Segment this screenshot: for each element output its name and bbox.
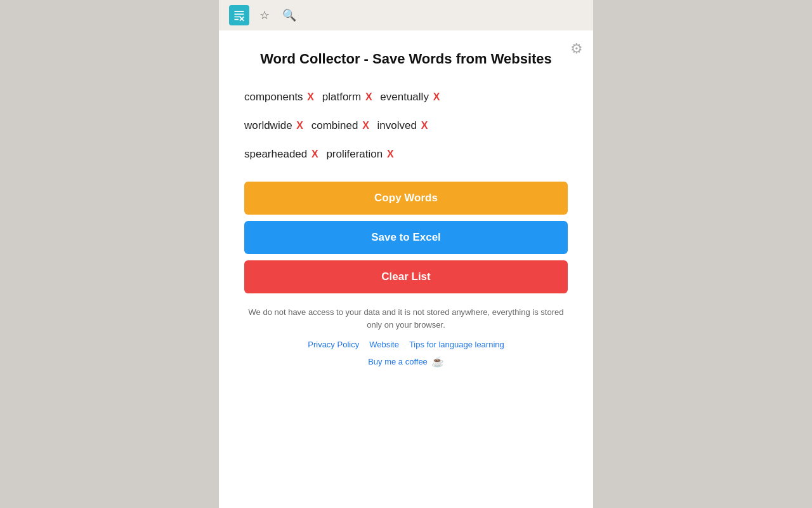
browser-toolbar: ☆ 🔍	[219, 0, 593, 30]
coffee-emoji-icon: ☕	[431, 356, 444, 368]
privacy-text: We do not have access to your data and i…	[244, 306, 568, 331]
word-row: worldwide X combined X involved X	[244, 117, 568, 134]
remove-proliferation-btn[interactable]: X	[387, 149, 394, 160]
copy-words-button[interactable]: Copy Words	[244, 182, 568, 215]
website-link[interactable]: Website	[369, 340, 399, 349]
word-components: components	[244, 91, 303, 103]
word-row: components X platform X eventually X	[244, 88, 568, 105]
words-section: components X platform X eventually X wor…	[244, 88, 568, 163]
word-combined: combined	[311, 119, 358, 131]
word-spearheaded: spearheaded	[244, 148, 307, 160]
tips-link[interactable]: Tips for language learning	[409, 340, 504, 349]
settings-icon[interactable]: ⚙	[570, 41, 583, 57]
word-worldwide: worldwide	[244, 119, 292, 131]
remove-components-btn[interactable]: X	[307, 91, 314, 103]
browser-window: ☆ 🔍 ⚙ Word Collector - Save Words from W…	[219, 0, 593, 508]
word-platform: platform	[322, 91, 361, 103]
search-button[interactable]: 🔍	[280, 6, 299, 25]
buy-coffee-link[interactable]: Buy me a coffee	[368, 357, 428, 366]
save-excel-button[interactable]: Save to Excel	[244, 221, 568, 254]
popup-content: Word Collector - Save Words from Website…	[219, 30, 593, 387]
word-eventually: eventually	[380, 91, 429, 103]
clear-list-button[interactable]: Clear List	[244, 260, 568, 293]
remove-worldwide-btn[interactable]: X	[296, 120, 303, 131]
footer-links: Privacy Policy Website Tips for language…	[244, 340, 568, 349]
bookmark-button[interactable]: ☆	[257, 6, 272, 25]
remove-platform-btn[interactable]: X	[365, 91, 372, 103]
word-involved: involved	[377, 119, 417, 131]
footer-coffee: Buy me a coffee ☕	[244, 356, 568, 368]
privacy-policy-link[interactable]: Privacy Policy	[308, 340, 359, 349]
word-proliferation: proliferation	[326, 148, 383, 160]
extension-icon[interactable]	[229, 5, 249, 25]
remove-eventually-btn[interactable]: X	[433, 91, 440, 103]
word-row: spearheaded X proliferation X	[244, 145, 568, 163]
popup-title: Word Collector - Save Words from Website…	[244, 50, 568, 69]
remove-combined-btn[interactable]: X	[362, 120, 369, 131]
popup-container: ⚙ Word Collector - Save Words from Websi…	[219, 30, 593, 508]
remove-involved-btn[interactable]: X	[421, 120, 428, 131]
remove-spearheaded-btn[interactable]: X	[311, 149, 318, 160]
